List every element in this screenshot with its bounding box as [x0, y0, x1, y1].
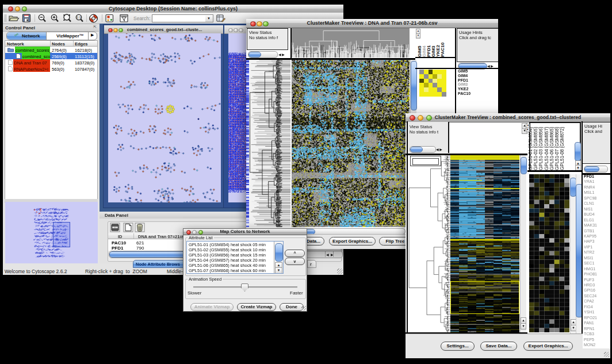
svg-text:1:1: 1:1: [77, 16, 81, 19]
